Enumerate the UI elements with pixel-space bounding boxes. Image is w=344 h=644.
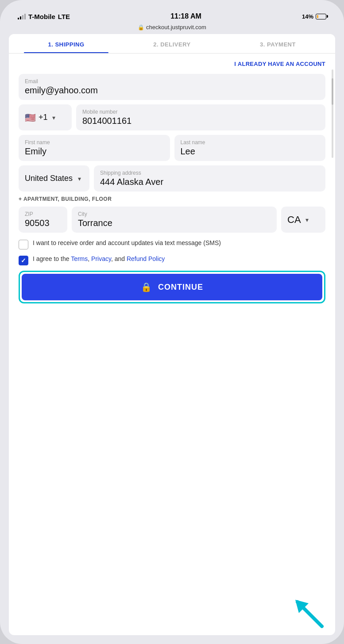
last-name-value: Lee xyxy=(181,146,320,157)
sms-checkbox-row: I want to receive order and account upda… xyxy=(19,239,325,249)
scroll-thumb xyxy=(332,78,333,105)
zip-city-state-row: ZIP 90503 City Torrance CA ▾ xyxy=(19,207,325,233)
first-name-field[interactable]: First name Emily xyxy=(19,135,170,161)
state-value: CA xyxy=(287,214,301,226)
tab-shipping[interactable]: 1. SHIPPING xyxy=(13,34,119,53)
terms-checkbox[interactable] xyxy=(19,256,28,265)
email-field-group[interactable]: Email emily@yahoo.com xyxy=(19,74,325,100)
country-address-row: United States ▾ Shipping address 444 Ala… xyxy=(19,165,325,192)
mobile-label: Mobile number xyxy=(82,109,319,115)
chevron-down-icon: ▾ xyxy=(52,114,55,121)
and-text: , and xyxy=(111,255,127,262)
continue-button[interactable]: 🔒 CONTINUE xyxy=(22,274,322,300)
country-chevron-icon: ▾ xyxy=(78,175,81,182)
privacy-link[interactable]: Privacy xyxy=(91,255,111,262)
terms-label-prefix: I agree to the xyxy=(33,255,71,262)
status-left: T-Mobile LTE xyxy=(18,13,70,20)
address-value: 444 Alaska Aver xyxy=(100,177,319,187)
zip-value: 90503 xyxy=(25,218,61,228)
battery-icon xyxy=(316,14,326,19)
signal-bars-icon xyxy=(18,13,26,19)
status-bar: T-Mobile LTE 11:18 AM 14% xyxy=(9,9,335,22)
refund-link[interactable]: Refund Policy xyxy=(127,255,165,262)
mobile-number-field[interactable]: Mobile number 8014001161 xyxy=(76,104,325,130)
sms-checkbox-label: I want to receive order and account upda… xyxy=(33,239,221,248)
address-label: Shipping address xyxy=(100,170,319,176)
status-right: 14% xyxy=(302,13,326,20)
phone-prefix-selector[interactable]: 🇺🇸 +1 ▾ xyxy=(19,104,72,130)
terms-checkbox-row: I agree to the Terms, Privacy, and Refun… xyxy=(19,255,325,265)
terms-comma: , xyxy=(88,255,91,262)
url-text: checkout.justpruvit.com xyxy=(146,24,206,31)
first-name-label: First name xyxy=(25,139,164,146)
checkout-tabs: 1. SHIPPING 2. DELIVERY 3. PAYMENT xyxy=(9,34,335,54)
phone-row: 🇺🇸 +1 ▾ Mobile number 8014001161 xyxy=(19,104,325,130)
shipping-address-field[interactable]: Shipping address 444 Alaska Aver xyxy=(94,165,325,192)
tab-payment[interactable]: 3. PAYMENT xyxy=(225,34,331,53)
scroll-indicator[interactable] xyxy=(332,69,333,158)
form-area: I ALREADY HAVE AN ACCOUNT Email emily@ya… xyxy=(9,54,335,317)
carrier-label: T-Mobile xyxy=(28,13,55,20)
terms-link[interactable]: Terms xyxy=(71,255,88,262)
first-name-value: Emily xyxy=(25,146,164,157)
phone-frame: T-Mobile LTE 11:18 AM 14% 🔒 checkout.jus… xyxy=(0,0,344,644)
network-label: LTE xyxy=(58,13,70,20)
country-value: United States xyxy=(25,174,73,183)
terms-checkbox-label: I agree to the Terms, Privacy, and Refun… xyxy=(33,255,165,264)
cursor-arrow-icon xyxy=(291,595,326,631)
url-bar: 🔒 checkout.justpruvit.com xyxy=(9,22,335,34)
zip-field[interactable]: ZIP 90503 xyxy=(19,207,67,233)
already-account-link[interactable]: I ALREADY HAVE AN ACCOUNT xyxy=(234,61,325,67)
last-name-label: Last name xyxy=(181,139,320,146)
last-name-field[interactable]: Last name Lee xyxy=(174,135,326,161)
continue-button-wrapper: 🔒 CONTINUE xyxy=(19,271,325,303)
already-account-section: I ALREADY HAVE AN ACCOUNT xyxy=(19,60,325,68)
sms-checkbox[interactable] xyxy=(19,240,28,249)
main-content: 1. SHIPPING 2. DELIVERY 3. PAYMENT I ALR… xyxy=(9,34,335,635)
city-field[interactable]: City Torrance xyxy=(72,207,277,233)
lock-icon: 🔒 xyxy=(138,24,144,31)
country-selector[interactable]: United States ▾ xyxy=(19,165,89,192)
mobile-value: 8014001161 xyxy=(82,116,319,126)
country-code-value: +1 xyxy=(39,113,48,122)
flag-icon: 🇺🇸 xyxy=(25,112,36,123)
battery-percent: 14% xyxy=(302,13,313,20)
continue-label: CONTINUE xyxy=(158,283,203,292)
state-chevron-icon: ▾ xyxy=(305,216,309,223)
state-selector[interactable]: CA ▾ xyxy=(281,207,325,233)
city-label: City xyxy=(78,211,271,217)
tab-delivery[interactable]: 2. DELIVERY xyxy=(119,34,225,53)
apartment-link[interactable]: + APARTMENT, BUILDING, FLOOR xyxy=(19,196,325,202)
city-value: Torrance xyxy=(78,218,271,228)
email-value: emily@yahoo.com xyxy=(25,85,319,96)
zip-label: ZIP xyxy=(25,211,61,217)
email-label: Email xyxy=(25,78,319,84)
name-row: First name Emily Last name Lee xyxy=(19,135,325,161)
time-label: 11:18 AM xyxy=(170,12,201,20)
lock-icon-button: 🔒 xyxy=(141,282,152,292)
